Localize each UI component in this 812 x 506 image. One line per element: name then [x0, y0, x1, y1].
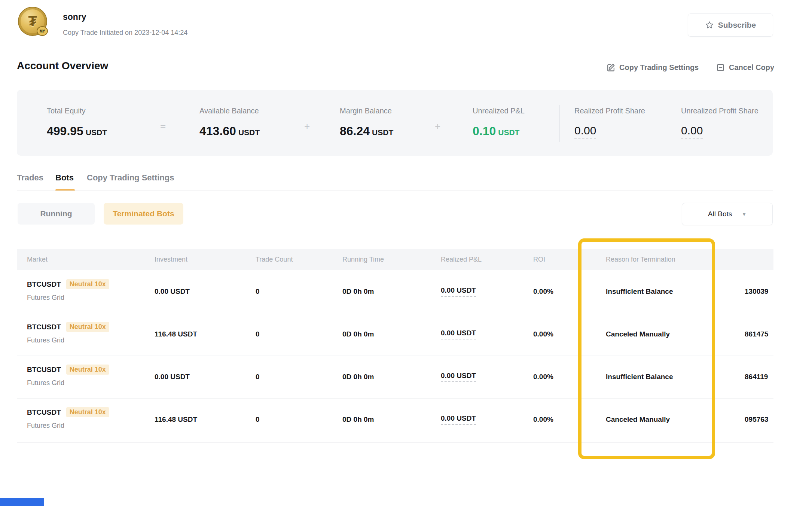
- col-market: Market: [27, 249, 48, 270]
- all-bots-value: All Bots: [708, 210, 732, 218]
- cancel-copy-label: Cancel Copy: [729, 63, 774, 72]
- copy-trading-page: ₮ MY sonry Copy Trade Initiated on 2023-…: [0, 0, 812, 506]
- trade-count-cell: 0: [256, 313, 260, 356]
- stat-unit: USDT: [86, 128, 107, 137]
- trade-count-cell: 0: [256, 398, 260, 441]
- market-symbol: BTCUSDT: [27, 323, 61, 331]
- chevron-down-icon: ▼: [742, 211, 747, 217]
- leverage-badge: Neutral 10x: [66, 322, 109, 332]
- investment-cell: 116.48 USDT: [155, 398, 197, 441]
- stat-label: Unrealized P&L: [473, 107, 525, 115]
- trader-name: sonry: [63, 12, 86, 22]
- edit-icon: [606, 63, 616, 72]
- stat-label: Total Equity: [47, 107, 85, 115]
- market-symbol: BTCUSDT: [27, 280, 61, 289]
- termination-reason-cell: Canceled Manually: [606, 313, 670, 356]
- bot-id-cell: 861475: [745, 313, 773, 356]
- bot-id-cell: 130039: [745, 270, 773, 313]
- tabs-divider: [17, 190, 773, 191]
- roi-cell: 0.00%: [533, 270, 553, 313]
- col-trade-count: Trade Count: [256, 249, 293, 270]
- copy-trade-initiated-text: Copy Trade Initiated on 2023-12-04 14:24: [63, 29, 187, 37]
- bot-type: Futures Grid: [27, 422, 64, 430]
- running-time-cell: 0D 0h 0m: [342, 398, 374, 441]
- cancel-copy-button[interactable]: Cancel Copy: [716, 63, 774, 72]
- table-row[interactable]: BTCUSDT Neutral 10x Futures Grid 116.48 …: [17, 313, 773, 356]
- bot-id-cell: 095763: [745, 398, 773, 441]
- realized-pnl-cell: 0.00 USDT: [441, 313, 476, 356]
- stat-value: 499.95: [47, 124, 83, 138]
- trade-count-cell: 0: [256, 356, 260, 398]
- stat-value: 413.60: [199, 124, 236, 138]
- stat-unit: USDT: [238, 128, 260, 137]
- row-divider: [17, 442, 773, 443]
- realized-pnl-cell: 0.00 USDT: [441, 270, 476, 313]
- bot-id-cell: 864119: [745, 356, 773, 398]
- investment-cell: 116.48 USDT: [155, 313, 197, 356]
- avatar-country-badge: MY: [37, 26, 48, 36]
- tab-copy-trading-settings[interactable]: Copy Trading Settings: [87, 173, 174, 183]
- termination-reason-cell: Insufficient Balance: [606, 270, 673, 313]
- plus-operator: +: [304, 121, 310, 132]
- tab-trades[interactable]: Trades: [17, 173, 43, 183]
- stat-label: Unrealized Profit Share: [681, 107, 758, 115]
- col-investment: Investment: [155, 249, 187, 270]
- col-reason: Reason for Termination: [606, 249, 675, 270]
- account-overview-panel: Total Equity 499.95USDT = Available Bala…: [17, 90, 773, 156]
- stats-divider: [559, 105, 560, 142]
- stat-value: 0.00: [681, 124, 703, 137]
- stat-value: 86.24: [340, 124, 370, 138]
- star-icon: [705, 21, 714, 30]
- investment-cell: 0.00 USDT: [155, 356, 190, 398]
- bot-type: Futures Grid: [27, 294, 64, 302]
- realized-pnl-cell: 0.00 USDT: [441, 356, 476, 398]
- stat-value: 0.10: [473, 124, 496, 138]
- table-header-row: Market Investment Trade Count Running Ti…: [17, 249, 773, 270]
- table-row[interactable]: BTCUSDT Neutral 10x Futures Grid 0.00 US…: [17, 270, 773, 313]
- plus-operator: +: [435, 121, 440, 132]
- stat-unit: USDT: [498, 128, 519, 137]
- termination-reason-cell: Canceled Manually: [606, 398, 670, 441]
- terminated-bots-filter-button[interactable]: Terminated Bots: [104, 203, 183, 225]
- col-running-time: Running Time: [342, 249, 384, 270]
- stat-unit: USDT: [372, 128, 393, 137]
- running-time-cell: 0D 0h 0m: [342, 313, 374, 356]
- subscribe-button[interactable]: Subscribe: [688, 13, 773, 37]
- investment-cell: 0.00 USDT: [155, 270, 190, 313]
- bot-type: Futures Grid: [27, 336, 64, 344]
- equals-operator: =: [160, 121, 166, 132]
- col-roi: ROI: [533, 249, 545, 270]
- running-time-cell: 0D 0h 0m: [342, 356, 374, 398]
- subscribe-label: Subscribe: [718, 21, 756, 30]
- col-realized-pnl: Realized P&L: [441, 249, 482, 270]
- copy-trading-settings-button[interactable]: Copy Trading Settings: [606, 63, 699, 72]
- roi-cell: 0.00%: [533, 313, 553, 356]
- copy-trading-settings-label: Copy Trading Settings: [619, 63, 699, 72]
- bots-table: Market Investment Trade Count Running Ti…: [17, 249, 773, 453]
- all-bots-dropdown[interactable]: All Bots ▼: [682, 203, 773, 225]
- bot-type: Futures Grid: [27, 379, 64, 387]
- minus-square-icon: [716, 63, 725, 72]
- page-title: Account Overview: [17, 60, 108, 72]
- running-time-cell: 0D 0h 0m: [342, 270, 374, 313]
- leverage-badge: Neutral 10x: [66, 365, 109, 375]
- roi-cell: 0.00%: [533, 356, 553, 398]
- trade-count-cell: 0: [256, 270, 260, 313]
- leverage-badge: Neutral 10x: [66, 407, 109, 417]
- stat-label: Available Balance: [199, 107, 259, 115]
- table-row[interactable]: BTCUSDT Neutral 10x Futures Grid 0.00 US…: [17, 356, 773, 398]
- stat-label: Realized Profit Share: [574, 107, 645, 115]
- bottom-left-blue-strip: [0, 498, 44, 506]
- tab-bots[interactable]: Bots: [55, 173, 74, 183]
- leverage-badge: Neutral 10x: [66, 279, 109, 289]
- market-symbol: BTCUSDT: [27, 366, 61, 374]
- stat-value: 0.00: [574, 124, 596, 137]
- table-row[interactable]: BTCUSDT Neutral 10x Futures Grid 116.48 …: [17, 398, 773, 441]
- market-symbol: BTCUSDT: [27, 408, 61, 417]
- termination-reason-cell: Insufficient Balance: [606, 356, 673, 398]
- roi-cell: 0.00%: [533, 398, 553, 441]
- running-filter-button[interactable]: Running: [18, 203, 95, 225]
- realized-pnl-cell: 0.00 USDT: [441, 398, 476, 441]
- trader-avatar: ₮ MY: [18, 7, 47, 36]
- stat-label: Margin Balance: [340, 107, 392, 115]
